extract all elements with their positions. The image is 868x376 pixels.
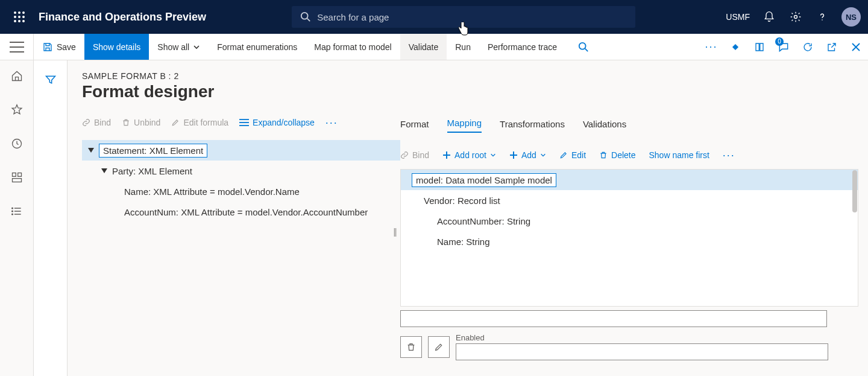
save-button[interactable]: Save	[34, 34, 84, 60]
breadcrumb: SAMPLE FORMAT B : 2	[82, 71, 868, 81]
validate-button[interactable]: Validate	[400, 34, 447, 60]
svg-rect-15	[732, 43, 738, 49]
expand-toggle[interactable]	[101, 168, 107, 173]
map-format-button[interactable]: Map format to model	[306, 34, 400, 60]
svg-point-12	[822, 19, 823, 21]
action-search-button[interactable]	[571, 34, 596, 60]
map-node-vendor[interactable]: Vendor: Record list	[401, 190, 858, 211]
app-launcher[interactable]	[7, 5, 31, 29]
filter-button[interactable]	[39, 70, 63, 89]
nav-toggle[interactable]	[10, 42, 24, 53]
format-tree: Statement: XML Element Party: XML Elemen…	[82, 140, 400, 222]
tab-validations[interactable]: Validations	[583, 119, 626, 133]
tree-node-label: AccountNumber: String	[437, 216, 530, 226]
svg-point-7	[18, 20, 20, 22]
tree-node-party[interactable]: Party: XML Element	[82, 161, 400, 181]
format-more-button[interactable]: ···	[326, 116, 338, 129]
user-avatar[interactable]: NS	[841, 7, 861, 27]
help-button[interactable]	[810, 5, 834, 29]
format-toolbar: Bind Unbind Edit formula Expand/collapse	[82, 112, 400, 133]
plus-icon	[442, 151, 451, 159]
book-button[interactable]	[747, 34, 772, 60]
map-node-accountnumber[interactable]: AccountNumber: String	[401, 211, 858, 231]
svg-rect-19	[12, 179, 21, 182]
format-enumerations-button[interactable]: Format enumerations	[209, 34, 306, 60]
global-search[interactable]	[292, 6, 635, 28]
tab-transformations[interactable]: Transformations	[500, 119, 565, 133]
edit-formula-button[interactable]: Edit formula	[171, 118, 228, 127]
map-node-name[interactable]: Name: String	[401, 231, 858, 252]
tree-node-label: Party: XML Element	[112, 166, 192, 176]
detail-edit-button[interactable]	[428, 336, 450, 358]
enabled-input[interactable]	[456, 343, 828, 360]
unbind-button[interactable]: Unbind	[122, 118, 160, 127]
rail-workspaces[interactable]	[5, 168, 29, 187]
diamond-button[interactable]	[723, 34, 747, 60]
messages-button[interactable]: 0	[772, 34, 796, 60]
rail-home[interactable]	[5, 66, 29, 86]
settings-button[interactable]	[784, 5, 808, 29]
show-all-button[interactable]: Show all	[149, 34, 209, 60]
close-button[interactable]	[844, 34, 868, 60]
tree-node-name[interactable]: Name: XML Attribute = model.Vendor.Name	[82, 181, 400, 202]
performance-trace-button[interactable]: Performance trace	[479, 34, 565, 60]
refresh-button[interactable]	[796, 34, 820, 60]
tree-node-label: AccountNum: XML Attribute = model.Vendor…	[124, 207, 368, 217]
app-title: Finance and Operations Preview	[39, 11, 206, 24]
scrollbar-thumb[interactable]	[852, 170, 857, 212]
link-icon	[82, 118, 90, 127]
tree-node-accountnum[interactable]: AccountNum: XML Attribute = model.Vendor…	[82, 202, 400, 222]
search-icon	[300, 11, 311, 22]
mapping-more-button[interactable]: ···	[723, 149, 735, 162]
edit-button[interactable]: Edit	[559, 150, 586, 160]
map-bind-button[interactable]: Bind	[400, 150, 429, 160]
rail-modules[interactable]	[5, 202, 29, 221]
chevron-down-icon	[540, 152, 546, 158]
detail-delete-button[interactable]	[400, 336, 422, 358]
home-icon	[11, 70, 23, 82]
save-icon	[42, 42, 53, 53]
svg-point-23	[11, 208, 13, 209]
delete-button[interactable]: Delete	[599, 150, 635, 160]
tab-mapping[interactable]: Mapping	[447, 118, 482, 133]
add-button[interactable]: Add	[509, 150, 546, 160]
help-icon	[816, 11, 828, 23]
tree-node-statement[interactable]: Statement: XML Element	[82, 140, 400, 161]
pane-splitter[interactable]: ‖	[393, 227, 398, 237]
svg-rect-17	[12, 173, 16, 177]
filter-column	[34, 60, 68, 376]
svg-point-9	[301, 13, 308, 19]
svg-point-0	[14, 11, 16, 14]
mapping-toolbar: Bind Add root Add Edit	[400, 145, 858, 165]
rail-favorites[interactable]	[5, 100, 29, 119]
add-root-button[interactable]: Add root	[442, 150, 496, 160]
svg-rect-18	[17, 173, 21, 177]
notifications-button[interactable]	[757, 5, 781, 29]
more-actions-button[interactable]: ···	[699, 34, 723, 60]
company-selector[interactable]: USMF	[721, 12, 755, 22]
svg-line-14	[585, 48, 588, 51]
svg-line-10	[307, 19, 310, 22]
rail-recent[interactable]	[5, 134, 29, 153]
popout-button[interactable]	[820, 34, 844, 60]
svg-point-6	[14, 20, 16, 22]
show-details-button[interactable]: Show details	[84, 34, 149, 60]
expand-collapse-button[interactable]: Expand/collapse	[239, 118, 315, 127]
svg-point-1	[18, 11, 20, 14]
diamond-icon	[730, 42, 741, 53]
map-node-model[interactable]: model: Data model Sample model	[401, 170, 858, 190]
svg-point-24	[11, 211, 13, 212]
bind-button[interactable]: Bind	[82, 118, 111, 127]
expand-toggle[interactable]	[88, 148, 94, 153]
search-icon	[578, 42, 589, 53]
show-name-first-button[interactable]: Show name first	[649, 150, 709, 160]
search-input[interactable]	[317, 12, 627, 22]
svg-point-8	[22, 20, 25, 22]
svg-point-2	[22, 11, 25, 14]
tab-format[interactable]: Format	[400, 119, 429, 133]
list-icon	[11, 205, 23, 217]
global-header: Finance and Operations Preview USMF NS	[0, 0, 868, 34]
run-button[interactable]: Run	[447, 34, 479, 60]
detail-input-1[interactable]	[400, 310, 827, 327]
svg-point-4	[18, 16, 20, 18]
